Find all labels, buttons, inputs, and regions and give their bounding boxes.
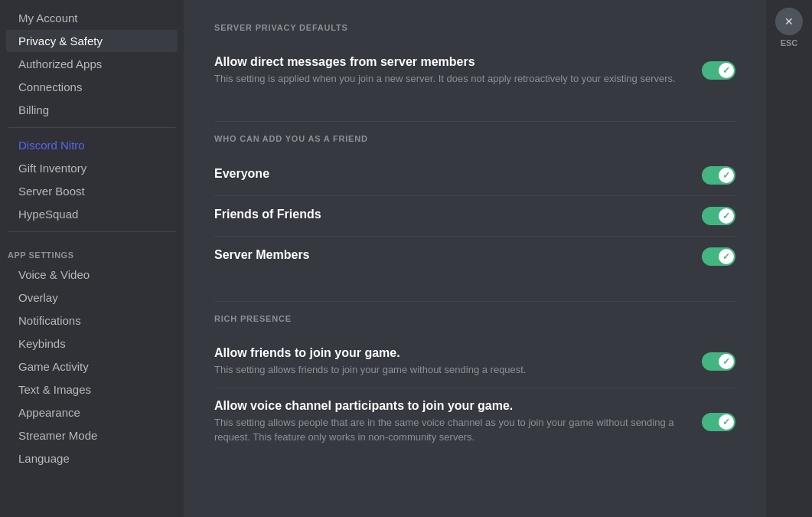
setting-title-server-members: Server Members (214, 248, 686, 262)
divider-1 (214, 121, 735, 122)
sidebar-item-label: Game Activity (18, 360, 89, 373)
sidebar-item-notifications[interactable]: Notifications (6, 309, 178, 332)
setting-title-allow-join-game: Allow friends to join your game. (214, 346, 686, 360)
sidebar-item-my-account[interactable]: My Account (6, 7, 178, 29)
sidebar-item-label: HypeSquad (18, 208, 78, 221)
sidebar-item-connections[interactable]: Connections (6, 76, 178, 98)
sidebar-item-label: Authorized Apps (18, 57, 102, 70)
sidebar-item-label: Text & Images (18, 383, 91, 396)
sidebar-item-authorized-apps[interactable]: Authorized Apps (6, 53, 178, 75)
rich-presence-section: RICH PRESENCE Allow friends to join your… (214, 314, 735, 455)
toggle-thumb (719, 208, 734, 224)
sidebar-item-label: Privacy & Safety (18, 34, 103, 47)
setting-info-allow-join-game: Allow friends to join your game. This se… (214, 346, 702, 377)
sidebar-item-billing[interactable]: Billing (6, 99, 178, 121)
toggle-allow-join-game[interactable] (702, 352, 735, 371)
sidebar-item-voice-video[interactable]: Voice & Video (6, 263, 178, 286)
toggle-allow-voice-join[interactable] (702, 413, 735, 431)
sidebar-item-overlay[interactable]: Overlay (6, 286, 178, 309)
sidebar: My Account Privacy & Safety Authorized A… (0, 0, 184, 517)
sidebar-item-label: Overlay (18, 291, 58, 304)
toggle-thumb (719, 63, 734, 78)
toggle-track (702, 61, 735, 80)
sidebar-item-label: Notifications (18, 314, 81, 327)
setting-desc-allow-voice-join: This setting allows people that are in t… (214, 416, 686, 443)
sidebar-item-discord-nitro[interactable]: Discord Nitro (6, 134, 178, 156)
esc-container: ESC (766, 0, 812, 517)
sidebar-item-label: Voice & Video (18, 268, 90, 281)
sidebar-item-label: Keybinds (18, 337, 66, 350)
setting-info-server-members: Server Members (214, 248, 702, 265)
sidebar-item-label: Connections (18, 80, 82, 93)
sidebar-item-server-boost[interactable]: Server Boost (6, 180, 178, 202)
who-can-add-header: WHO CAN ADD YOU AS A FRIEND (214, 134, 735, 143)
toggle-thumb (719, 354, 734, 369)
toggle-track (702, 166, 735, 185)
sidebar-item-game-activity[interactable]: Game Activity (6, 355, 178, 378)
sidebar-item-label: Language (18, 452, 70, 465)
setting-title-friends-of-friends: Friends of Friends (214, 208, 686, 221)
toggle-server-members[interactable] (702, 247, 735, 266)
sidebar-item-gift-inventory[interactable]: Gift Inventory (6, 157, 178, 179)
toggle-thumb (719, 249, 734, 264)
toggle-track (702, 207, 735, 225)
setting-allow-join-game: Allow friends to join your game. This se… (214, 335, 735, 388)
sidebar-item-language[interactable]: Language (6, 447, 178, 470)
sidebar-divider-2 (8, 231, 176, 232)
setting-info-friends-of-friends: Friends of Friends (214, 208, 702, 224)
sidebar-item-keybinds[interactable]: Keybinds (6, 332, 178, 355)
server-privacy-section: SERVER PRIVACY DEFAULTS Allow direct mes… (214, 23, 735, 97)
rich-presence-header: RICH PRESENCE (214, 314, 735, 323)
setting-title-allow-voice-join: Allow voice channel participants to join… (214, 399, 686, 413)
sidebar-item-label: Server Boost (18, 185, 85, 198)
sidebar-item-label: Discord Nitro (18, 139, 85, 152)
server-privacy-header: SERVER PRIVACY DEFAULTS (214, 23, 735, 32)
setting-allow-voice-join: Allow voice channel participants to join… (214, 388, 735, 454)
who-can-add-section: WHO CAN ADD YOU AS A FRIEND Everyone Fri… (214, 134, 735, 276)
sidebar-item-appearance[interactable]: Appearance (6, 401, 178, 424)
sidebar-item-label: My Account (18, 11, 78, 25)
sidebar-item-label: Billing (18, 103, 49, 116)
app-settings-header: APP SETTINGS (0, 238, 184, 263)
sidebar-item-label: Gift Inventory (18, 162, 86, 175)
esc-label: ESC (781, 38, 798, 47)
setting-info-allow-voice-join: Allow voice channel participants to join… (214, 399, 702, 443)
toggle-track (702, 413, 735, 431)
setting-desc-allow-dms: This setting is applied when you join a … (214, 72, 686, 86)
setting-title-allow-dms: Allow direct messages from server member… (214, 55, 686, 69)
setting-everyone: Everyone (214, 155, 735, 196)
divider-2 (214, 301, 735, 302)
sidebar-divider-1 (8, 127, 176, 128)
setting-desc-allow-join-game: This setting allows friends to join your… (214, 363, 686, 377)
setting-server-members: Server Members (214, 237, 735, 276)
setting-friends-of-friends: Friends of Friends (214, 196, 735, 237)
sidebar-item-text-images[interactable]: Text & Images (6, 378, 178, 401)
main-content: SERVER PRIVACY DEFAULTS Allow direct mes… (184, 0, 766, 517)
setting-info-allow-dms: Allow direct messages from server member… (214, 55, 702, 86)
setting-info-everyone: Everyone (214, 167, 702, 184)
toggle-thumb (719, 414, 734, 430)
sidebar-item-hypesquad[interactable]: HypeSquad (6, 203, 178, 225)
toggle-friends-of-friends[interactable] (702, 207, 735, 225)
sidebar-item-label: Streamer Mode (18, 429, 97, 442)
toggle-allow-dms[interactable] (702, 61, 735, 80)
sidebar-item-label: Appearance (18, 406, 80, 419)
close-button[interactable] (775, 8, 803, 35)
sidebar-item-streamer-mode[interactable]: Streamer Mode (6, 424, 178, 447)
setting-title-everyone: Everyone (214, 167, 686, 181)
toggle-everyone[interactable] (702, 166, 735, 185)
toggle-track (702, 352, 735, 371)
toggle-track (702, 247, 735, 266)
setting-allow-dms: Allow direct messages from server member… (214, 44, 735, 97)
sidebar-item-privacy-safety[interactable]: Privacy & Safety (6, 30, 178, 52)
toggle-thumb (719, 168, 734, 183)
